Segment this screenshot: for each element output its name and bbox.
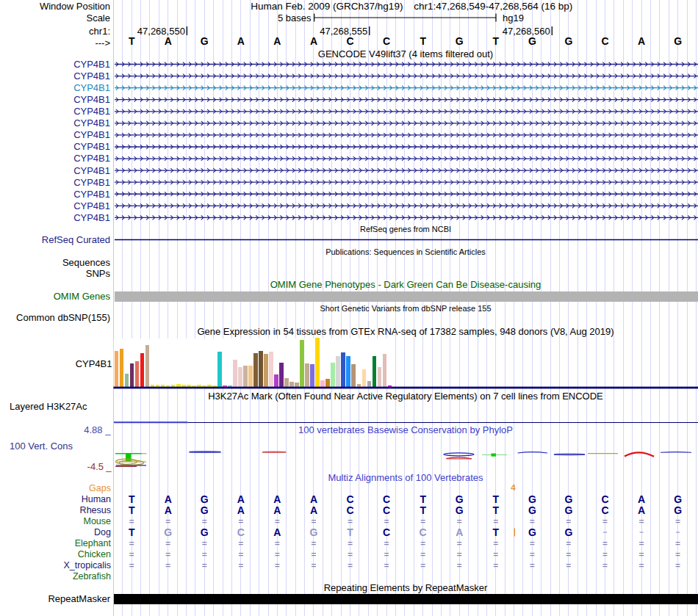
svg-text:A: A bbox=[310, 35, 317, 47]
svg-text:Dog: Dog bbox=[94, 527, 111, 537]
svg-text:C: C bbox=[383, 504, 390, 516]
svg-text:C: C bbox=[383, 526, 390, 538]
svg-text:Layered H3K27Ac: Layered H3K27Ac bbox=[10, 401, 87, 412]
svg-text:A: A bbox=[638, 35, 645, 47]
svg-text:-4.5: -4.5 bbox=[87, 461, 104, 472]
svg-text:G: G bbox=[564, 504, 572, 516]
svg-text:A: A bbox=[237, 504, 245, 516]
svg-text:Publications: Sequences in Sci: Publications: Sequences in Scientific Ar… bbox=[325, 247, 486, 256]
svg-text:CYP4B1: CYP4B1 bbox=[73, 70, 110, 81]
svg-text:CYP4B1: CYP4B1 bbox=[73, 82, 110, 93]
svg-text:A: A bbox=[273, 493, 281, 505]
svg-text:100 Vert. Cons: 100 Vert. Cons bbox=[10, 441, 73, 452]
svg-text:T: T bbox=[129, 35, 135, 47]
svg-text:T: T bbox=[493, 35, 500, 47]
svg-text:C: C bbox=[383, 35, 390, 47]
svg-text:Repeating Elements by RepeatMa: Repeating Elements by RepeatMasker bbox=[324, 582, 488, 593]
svg-text:A: A bbox=[310, 493, 317, 505]
svg-text:G: G bbox=[528, 526, 536, 538]
svg-text:T: T bbox=[493, 493, 500, 505]
svg-text:CYP4B1: CYP4B1 bbox=[73, 106, 110, 117]
svg-text:A: A bbox=[165, 35, 172, 47]
svg-text:Mouse: Mouse bbox=[83, 516, 111, 526]
svg-text:CYP4B1: CYP4B1 bbox=[73, 189, 110, 200]
svg-text:A: A bbox=[165, 504, 172, 516]
svg-text:Gaps: Gaps bbox=[89, 483, 111, 493]
svg-text:Human Feb. 2009 (GRCh37/hg19): Human Feb. 2009 (GRCh37/hg19) bbox=[251, 1, 403, 12]
svg-text:Human: Human bbox=[82, 494, 111, 504]
svg-text:OMIM Genes: OMIM Genes bbox=[54, 291, 111, 302]
svg-text:Scale: Scale bbox=[86, 12, 110, 23]
svg-text:_: _ bbox=[105, 461, 112, 472]
svg-text:47,268,555: 47,268,555 bbox=[320, 26, 367, 37]
svg-text:OMIM Gene Phenotypes - Dark Gr: OMIM Gene Phenotypes - Dark Green Can Be… bbox=[270, 279, 542, 290]
svg-text:CYP4B1: CYP4B1 bbox=[73, 117, 110, 128]
svg-text:C: C bbox=[601, 504, 608, 516]
svg-text:G: G bbox=[201, 493, 209, 505]
svg-text:C: C bbox=[383, 493, 390, 505]
svg-text:T: T bbox=[420, 504, 426, 516]
svg-text:CYP4B1: CYP4B1 bbox=[73, 177, 110, 188]
svg-text:CYP4B1: CYP4B1 bbox=[76, 358, 112, 369]
svg-text:G: G bbox=[674, 35, 682, 47]
svg-text:Common dbSNP(155): Common dbSNP(155) bbox=[16, 312, 110, 323]
svg-text:CYP4B1: CYP4B1 bbox=[73, 165, 110, 176]
svg-text:CYP4B1: CYP4B1 bbox=[73, 141, 110, 152]
svg-text:Chicken: Chicken bbox=[78, 549, 111, 559]
svg-text:T: T bbox=[493, 526, 500, 538]
svg-text:C: C bbox=[237, 526, 245, 538]
svg-text:Zebrafish: Zebrafish bbox=[73, 571, 111, 581]
svg-text:Gene Expression in 54 tissues: Gene Expression in 54 tissues from GTEx … bbox=[197, 326, 614, 337]
svg-text:A: A bbox=[638, 493, 645, 505]
svg-text:X_tropicalis: X_tropicalis bbox=[63, 560, 111, 570]
svg-text:RefSeq genes from NCBI: RefSeq genes from NCBI bbox=[360, 225, 451, 233]
svg-text:G: G bbox=[456, 35, 464, 47]
svg-text:G: G bbox=[456, 504, 464, 516]
svg-text:A: A bbox=[310, 504, 317, 516]
svg-text:H3K27Ac Mark (Often Found Near: H3K27Ac Mark (Often Found Near Active Re… bbox=[208, 391, 603, 402]
svg-text:G: G bbox=[201, 504, 209, 516]
svg-text:CYP4B1: CYP4B1 bbox=[73, 59, 110, 70]
svg-text:G: G bbox=[528, 35, 536, 47]
svg-text:47,268,560: 47,268,560 bbox=[503, 26, 550, 37]
svg-text:T: T bbox=[129, 493, 135, 505]
svg-text:chr1:: chr1: bbox=[89, 26, 110, 37]
svg-text:CYP4B1: CYP4B1 bbox=[73, 200, 110, 211]
svg-text:SNPs: SNPs bbox=[86, 268, 111, 279]
svg-text:--->: ---> bbox=[95, 37, 110, 48]
svg-text:Window Position: Window Position bbox=[40, 1, 110, 12]
svg-text:G: G bbox=[201, 35, 209, 47]
svg-text:CYP4B1: CYP4B1 bbox=[73, 129, 110, 140]
svg-text:A: A bbox=[638, 504, 645, 516]
svg-text:T: T bbox=[493, 504, 500, 516]
svg-text:A: A bbox=[273, 526, 281, 538]
svg-text:Elephant: Elephant bbox=[75, 538, 112, 548]
svg-text:chr1:47,268,549-47,268,564 (16: chr1:47,268,549-47,268,564 (16 bp) bbox=[414, 1, 572, 12]
svg-text:Rhesus: Rhesus bbox=[80, 505, 111, 515]
svg-text:C: C bbox=[601, 35, 608, 47]
svg-text:T: T bbox=[420, 493, 426, 505]
svg-text:CYP4B1: CYP4B1 bbox=[73, 94, 110, 105]
svg-text:C: C bbox=[346, 504, 353, 516]
svg-text:A: A bbox=[456, 526, 463, 538]
svg-text:hg19: hg19 bbox=[503, 12, 524, 23]
svg-text:G: G bbox=[528, 493, 536, 505]
svg-text:G: G bbox=[564, 35, 572, 47]
svg-text:G: G bbox=[674, 493, 682, 505]
svg-text:G: G bbox=[528, 504, 536, 516]
svg-text:100 vertebrates Basewise Conse: 100 vertebrates Basewise Conservation by… bbox=[298, 424, 513, 435]
svg-text:A: A bbox=[273, 504, 281, 516]
svg-text:A: A bbox=[237, 35, 245, 47]
svg-text:CYP4B1: CYP4B1 bbox=[73, 153, 110, 164]
svg-text:G: G bbox=[674, 504, 682, 516]
svg-text:4.88: 4.88 bbox=[84, 424, 102, 435]
svg-text:A: A bbox=[273, 35, 281, 47]
svg-text:G: G bbox=[564, 526, 572, 538]
svg-text:A: A bbox=[237, 493, 245, 505]
svg-text:G: G bbox=[310, 526, 318, 538]
svg-text:T: T bbox=[129, 526, 135, 538]
svg-text:C: C bbox=[346, 493, 353, 505]
svg-text:Multiz Alignments of 100 Verte: Multiz Alignments of 100 Vertebrates bbox=[328, 472, 483, 483]
svg-text:_: _ bbox=[104, 424, 111, 435]
svg-text:T: T bbox=[347, 526, 353, 538]
